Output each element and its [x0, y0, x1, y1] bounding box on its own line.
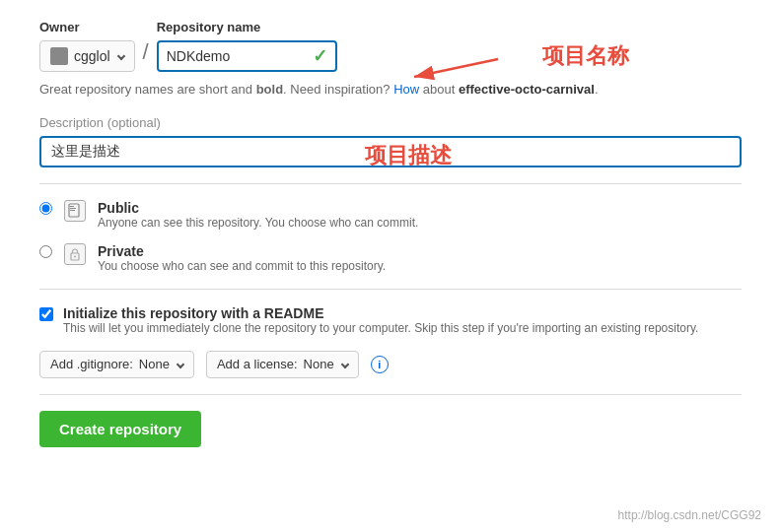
- divider-1: [39, 183, 742, 184]
- description-section: Description (optional) 项目描述: [39, 115, 742, 167]
- svg-point-7: [74, 255, 76, 257]
- check-icon: ✓: [313, 45, 327, 67]
- initialize-checkbox[interactable]: [39, 307, 53, 321]
- gitignore-label: Add .gitignore:: [50, 357, 133, 371]
- repo-name-input[interactable]: [167, 48, 305, 64]
- license-label: Add a license:: [217, 357, 298, 371]
- divider-3: [39, 394, 742, 395]
- public-title: Public: [98, 200, 418, 216]
- optional-label: (optional): [107, 115, 161, 130]
- initialize-desc: This will let you immediately clone the …: [63, 321, 698, 335]
- dropdown-row: Add .gitignore: None Add a license: None…: [39, 351, 742, 378]
- lock-icon: [67, 246, 83, 262]
- public-radio[interactable]: [39, 202, 52, 215]
- license-dropdown[interactable]: Add a license: None: [206, 351, 359, 378]
- description-input[interactable]: [51, 144, 643, 160]
- private-icon: [64, 243, 86, 265]
- public-text: Public Anyone can see this repository. Y…: [98, 200, 418, 230]
- public-option: Public Anyone can see this repository. Y…: [39, 200, 742, 230]
- owner-username: cgglol: [74, 48, 110, 64]
- info-icon[interactable]: i: [371, 356, 389, 373]
- public-icon: [64, 200, 86, 222]
- initialize-title: Initialize this repository with a README: [63, 305, 698, 321]
- private-text: Private You choose who can see and commi…: [98, 243, 386, 273]
- chevron-down-icon: [116, 52, 124, 60]
- divider-2: [39, 289, 742, 290]
- private-title: Private: [98, 243, 386, 259]
- svg-line-1: [414, 59, 498, 77]
- annotation-project-name: 项目名称: [542, 41, 629, 71]
- svg-rect-5: [70, 210, 75, 211]
- hint-text: Great repository names are short and bol…: [39, 80, 742, 100]
- watermark: http://blog.csdn.net/CGG92: [618, 508, 761, 522]
- public-desc: Anyone can see this repository. You choo…: [98, 216, 418, 230]
- private-desc: You choose who can see and commit to thi…: [98, 259, 386, 273]
- initialize-text: Initialize this repository with a README…: [63, 305, 698, 335]
- repo-name-label: Repository name: [157, 20, 337, 34]
- separator: /: [143, 41, 149, 63]
- gitignore-value: None: [139, 357, 170, 371]
- gitignore-chevron-icon: [177, 360, 184, 367]
- book-icon: [67, 203, 83, 219]
- annotation-project-desc: 项目描述: [365, 141, 452, 170]
- svg-rect-3: [70, 206, 74, 207]
- visibility-section: Public Anyone can see this repository. Y…: [39, 200, 742, 273]
- license-chevron-icon: [340, 360, 348, 367]
- license-value: None: [304, 357, 334, 371]
- initialize-section: Initialize this repository with a README…: [39, 305, 742, 335]
- effective-octo-link: effective-octo-carnival: [459, 82, 595, 97]
- how-link[interactable]: How: [393, 82, 419, 97]
- owner-label: Owner: [39, 20, 135, 34]
- owner-avatar: [50, 47, 68, 65]
- gitignore-dropdown[interactable]: Add .gitignore: None: [39, 351, 194, 378]
- create-repository-button[interactable]: Create repository: [39, 411, 201, 447]
- repo-name-input-wrapper: ✓: [157, 40, 337, 72]
- owner-dropdown[interactable]: cgglol: [39, 40, 135, 72]
- description-label: Description (optional): [39, 115, 742, 130]
- private-radio[interactable]: [39, 245, 52, 258]
- svg-rect-4: [70, 208, 76, 209]
- private-option: Private You choose who can see and commi…: [39, 243, 742, 273]
